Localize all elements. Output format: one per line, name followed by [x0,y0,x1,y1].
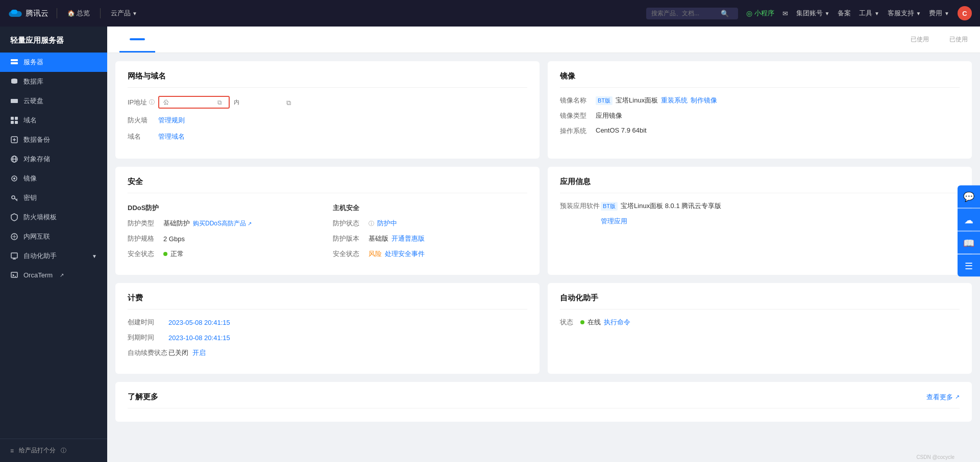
sidebar-item-firewall[interactable]: 防火墙模板 [0,208,107,227]
execute-command-link[interactable]: 执行命令 [604,318,630,327]
sidebar-item-disk-label: 云硬盘 [23,96,43,106]
logo[interactable]: 腾讯云 [8,8,48,18]
ip-value: 公 ⧉ 内 ⧉ [158,96,293,109]
billing-card: 计费 创建时间 2023-05-08 20:41:15 到期时间 2023-10… [115,283,540,374]
handle-security-link[interactable]: 处理安全事件 [385,249,425,259]
svg-point-8 [16,100,17,102]
app-software-row: 预装应用软件 BT版 宝塔Linux面板 8.0.1 腾讯云专享版 [560,201,960,211]
ip-label: IP地址 ⓘ [128,98,158,107]
ddos-type-label: 防护类型 [128,219,163,228]
auto-status-value: 在线 执行命令 [580,318,630,327]
svg-rect-11 [11,121,14,124]
cost-btn[interactable]: 费用 ▼ [929,9,949,18]
domain-value: 管理域名 [158,132,185,141]
auto-renew-row: 自动续费状态 已关闭 开启 [128,348,527,357]
automation-icon [10,252,18,260]
mail-btn[interactable]: ✉ [782,10,788,17]
svg-point-18 [13,177,15,179]
top-navigation: 腾讯云 🏠 总览 云产品 ▼ 🔍 ◎ 小程序 ✉ 集团账号 ▼ 备案 工具 ▼ … [0,0,980,27]
sidebar-item-backup[interactable]: 数据备份 [0,130,107,149]
sidebar-item-intranet[interactable]: 内网互联 [0,227,107,246]
ddos-buy-link[interactable]: 购买DDoS高防产品 ↗ [193,219,252,228]
sidebar-item-disk[interactable]: 云硬盘 [0,91,107,111]
manage-app-link[interactable]: 管理应用 [601,217,627,226]
image-type-row: 镜像类型 应用镜像 [560,111,960,120]
view-more-link[interactable]: 查看更多 ↗ [926,393,960,402]
search-input[interactable] [651,10,718,17]
sidebar-item-orcaterm-label: OrcaTerm [23,271,53,279]
expire-time-label: 到期时间 [128,333,168,342]
image-os-row: 操作系统 CentOS 7.9 64bit [560,126,960,136]
domain-row: 域名 管理域名 [128,132,527,141]
sidebar-item-key[interactable]: 密钥 [0,188,107,208]
top-tab-active[interactable] [119,27,155,53]
sidebar-item-automation[interactable]: 自动化助手 ▼ [0,246,107,266]
firewall-rules-link[interactable]: 管理规则 [158,116,185,125]
top-strip: 已使用 已使用 [107,27,980,53]
cloud-icon: ☁ [964,214,973,225]
nav-cloud-products[interactable]: 云产品 ▼ [109,9,139,18]
user-avatar[interactable]: C [958,6,972,20]
app-software-label: 预装应用软件 [560,201,601,211]
sidebar-bottom[interactable]: ≡ 给产品打个分 ⓘ [0,439,107,462]
enable-auto-renew-link[interactable]: 开启 [192,348,206,357]
sidebar: 轻量应用服务器 服务器 数据库 云硬盘 域名 [0,27,107,462]
host-sec-status-label: 安全状态 [333,249,369,259]
backup-icon [10,136,18,144]
svg-point-4 [16,60,17,61]
info-icon-host: ⓘ [369,220,374,227]
sidebar-item-domain-label: 域名 [23,116,37,125]
logo-text: 腾讯云 [26,9,48,18]
float-cloud-btn[interactable]: ☁ [958,209,980,231]
svg-rect-10 [15,117,18,120]
server-icon [10,58,18,66]
app-card-title: 应用信息 [560,177,960,193]
app-manage-row: 管理应用 [560,217,960,226]
nav-divider [57,8,57,18]
expire-time-value: 2023-10-08 20:41:15 [168,334,230,342]
nav-home[interactable]: 🏠 总览 [65,9,92,18]
ddos-section: DDoS防护 防护类型 基础防护 购买DDoS高防产品 ↗ [128,201,323,265]
auto-renew-value: 已关闭 开启 [168,348,206,357]
top-right-actions: ◎ 小程序 ✉ 集团账号 ▼ 备案 工具 ▼ 客服支持 ▼ 费用 ▼ C [746,6,972,20]
firewall-row: 防火墙 管理规则 [128,116,527,125]
image-card-title: 镜像 [560,71,960,88]
sidebar-item-object[interactable]: 对象存储 [0,149,107,169]
make-image-link[interactable]: 制作镜像 [691,96,717,105]
ddos-type-value: 基础防护 购买DDoS高防产品 ↗ [163,219,252,228]
auto-renew-label: 自动续费状态 [128,348,168,357]
firewall-label: 防火墙 [128,116,158,125]
sidebar-item-domain[interactable]: 域名 [0,111,107,130]
image-card: 镜像 镜像名称 BT版 宝塔Linux面板 重装系统 制作镜像 镜像类型 应用镜… [548,61,972,159]
host-version-value: 基础版 开通普惠版 [369,234,425,243]
float-menu-btn[interactable]: ☰ [958,254,980,277]
search-box: 🔍 [646,8,738,19]
open-welfare-link[interactable]: 开通普惠版 [391,234,425,243]
group-account-btn[interactable]: 集团账号 ▼ [796,9,830,18]
float-book-btn[interactable]: 📖 [958,232,980,254]
image-name-row: 镜像名称 BT版 宝塔Linux面板 重装系统 制作镜像 [560,96,960,105]
mini-program-btn[interactable]: ◎ 小程序 [746,9,774,18]
tools-btn[interactable]: 工具 ▼ [859,9,879,18]
sidebar-item-orcaterm[interactable]: OrcaTerm ↗ [0,266,107,284]
bt-badge: BT版 [596,96,612,105]
book-icon: 📖 [963,237,974,248]
image-name-value: BT版 宝塔Linux面板 重装系统 制作镜像 [596,96,717,105]
copy-public-ip-icon[interactable]: ⧉ [217,99,225,106]
ip-info-icon: ⓘ [149,98,155,106]
support-btn[interactable]: 客服支持 ▼ [888,9,921,18]
backup-btn[interactable]: 备案 [838,9,851,18]
main-content: 已使用 已使用 网络与域名 IP地址 ⓘ 公 [107,27,980,462]
float-chat-btn[interactable]: 💬 [958,186,980,208]
host-protecting-badge: 防护中 [377,219,397,228]
sidebar-item-database[interactable]: 数据库 [0,72,107,91]
top-strip-used: 已使用 已使用 [911,27,968,53]
reinstall-link[interactable]: 重装系统 [661,96,688,105]
copy-private-ip-icon[interactable]: ⧉ [286,99,293,106]
sidebar-item-server[interactable]: 服务器 [0,53,107,72]
firewall-icon [10,213,18,221]
image-name-label: 镜像名称 [560,96,596,105]
ddos-status-label: 安全状态 [128,249,163,259]
sidebar-item-mirror[interactable]: 镜像 [0,169,107,188]
domain-manage-link[interactable]: 管理域名 [158,132,185,141]
